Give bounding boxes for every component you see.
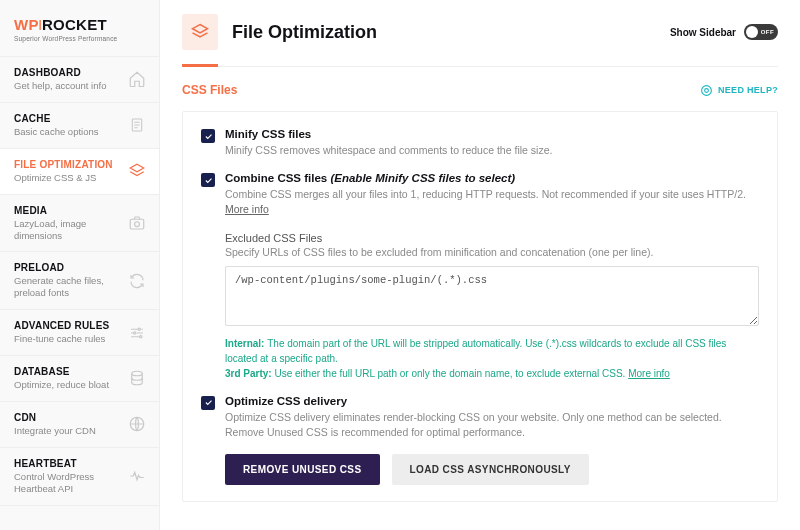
option-minify-css: Minify CSS files Minify CSS removes whit…	[201, 128, 759, 158]
excluded-css-desc: Specify URLs of CSS files to be excluded…	[225, 246, 759, 258]
optimize-css-title: Optimize CSS delivery	[225, 395, 759, 407]
logo-tagline: Superior WordPress Performance	[14, 35, 145, 42]
nav-desc: Integrate your CDN	[14, 425, 121, 437]
home-icon	[127, 69, 147, 89]
section-header: CSS Files NEED HELP?	[182, 83, 778, 97]
logo-wp: WP	[14, 16, 39, 33]
excluded-css-textarea[interactable]	[225, 266, 759, 326]
nav-label: CACHE	[14, 113, 121, 124]
check-icon	[204, 176, 213, 185]
nav-label: ADVANCED RULES	[14, 320, 121, 331]
nav-label: DATABASE	[14, 366, 121, 377]
need-help-link[interactable]: NEED HELP?	[700, 84, 778, 97]
page-header: File Optimization Show Sidebar OFF	[160, 0, 800, 50]
optimize-css-desc: Optimize CSS delivery eliminates render-…	[225, 410, 759, 440]
show-sidebar-toggle[interactable]: OFF	[744, 24, 778, 40]
combine-css-desc-text: Combine CSS merges all your files into 1…	[225, 188, 746, 200]
document-icon	[127, 115, 147, 135]
nav-label: FILE OPTIMIZATION	[14, 159, 121, 170]
sidebar: WP|ROCKET Superior WordPress Performance…	[0, 0, 160, 530]
logo-rocket: ROCKET	[42, 16, 107, 33]
logo-separator: |	[39, 19, 42, 30]
show-sidebar-control: Show Sidebar OFF	[670, 24, 778, 40]
minify-css-desc: Minify CSS removes whitespace and commen…	[225, 143, 759, 158]
help-icon	[700, 84, 713, 97]
nav-desc: Basic cache options	[14, 126, 121, 138]
layers-icon	[127, 161, 147, 181]
note-internal-text: The domain part of the URL will be strip…	[225, 338, 726, 364]
show-sidebar-label: Show Sidebar	[670, 27, 736, 38]
nav-desc: Generate cache files, preload fonts	[14, 275, 121, 299]
note-3rd-text: Use either the full URL path or only the…	[274, 368, 628, 379]
svg-point-2	[135, 222, 140, 227]
sidebar-item-dashboard[interactable]: DASHBOARD Get help, account info	[0, 57, 159, 103]
page-title: File Optimization	[232, 22, 656, 43]
combine-css-title-hint: (Enable Minify CSS files to select)	[330, 172, 515, 184]
excluded-css-note: Internal: The domain part of the URL wil…	[225, 336, 759, 381]
sidebar-nav: DASHBOARD Get help, account info CACHE B…	[0, 57, 159, 530]
svg-point-9	[705, 88, 709, 92]
nav-label: HEARTBEAT	[14, 458, 121, 469]
svg-point-5	[140, 335, 142, 337]
load-css-async-button[interactable]: LOAD CSS ASYNCHRONOUSLY	[392, 454, 589, 485]
note-more-info-link[interactable]: More info	[628, 368, 670, 379]
option-combine-css: Combine CSS files (Enable Minify CSS fil…	[201, 172, 759, 380]
option-optimize-css-delivery: Optimize CSS delivery Optimize CSS deliv…	[201, 395, 759, 485]
sidebar-item-database[interactable]: DATABASE Optimize, reduce bloat	[0, 356, 159, 402]
nav-desc: Optimize, reduce bloat	[14, 379, 121, 391]
svg-point-6	[132, 372, 143, 377]
sidebar-item-preload[interactable]: PRELOAD Generate cache files, preload fo…	[0, 252, 159, 310]
nav-label: PRELOAD	[14, 262, 121, 273]
sidebar-item-advanced-rules[interactable]: ADVANCED RULES Fine-tune cache rules	[0, 310, 159, 356]
toggle-knob	[746, 26, 758, 38]
refresh-icon	[127, 271, 147, 291]
content: CSS Files NEED HELP? Minify CSS files Mi…	[160, 67, 800, 530]
globe-icon	[127, 414, 147, 434]
nav-desc: Get help, account info	[14, 80, 121, 92]
svg-point-8	[702, 85, 712, 95]
optimize-css-buttons: REMOVE UNUSED CSS LOAD CSS ASYNCHRONOUSL…	[225, 454, 759, 485]
nav-desc: LazyLoad, image dimensions	[14, 218, 121, 242]
note-internal-label: Internal:	[225, 338, 267, 349]
toggle-state: OFF	[761, 29, 774, 35]
section-title: CSS Files	[182, 83, 237, 97]
combine-css-title: Combine CSS files (Enable Minify CSS fil…	[225, 172, 759, 184]
need-help-text: NEED HELP?	[718, 85, 778, 95]
combine-more-info-link[interactable]: More info	[225, 203, 269, 215]
combine-css-title-text: Combine CSS files	[225, 172, 330, 184]
nav-label: CDN	[14, 412, 121, 423]
nav-desc: Fine-tune cache rules	[14, 333, 121, 345]
minify-css-checkbox[interactable]	[201, 129, 215, 143]
sidebar-item-media[interactable]: MEDIA LazyLoad, image dimensions	[0, 195, 159, 253]
logo: WP|ROCKET Superior WordPress Performance	[0, 0, 159, 57]
check-icon	[204, 398, 213, 407]
excluded-css-label: Excluded CSS Files	[225, 232, 759, 244]
main: File Optimization Show Sidebar OFF CSS F…	[160, 0, 800, 530]
sidebar-item-cache[interactable]: CACHE Basic cache options	[0, 103, 159, 149]
sidebar-item-file-optimization[interactable]: FILE OPTIMIZATION Optimize CSS & JS	[0, 149, 159, 195]
nav-label: MEDIA	[14, 205, 121, 216]
svg-point-4	[134, 331, 136, 333]
sidebar-item-cdn[interactable]: CDN Integrate your CDN	[0, 402, 159, 448]
nav-desc: Control WordPress Heartbeat API	[14, 471, 121, 495]
css-files-panel: Minify CSS files Minify CSS removes whit…	[182, 111, 778, 502]
header-layers-icon	[182, 14, 218, 50]
sliders-icon	[127, 323, 147, 343]
check-icon	[204, 132, 213, 141]
sidebar-item-heartbeat[interactable]: HEARTBEAT Control WordPress Heartbeat AP…	[0, 448, 159, 506]
optimize-css-checkbox[interactable]	[201, 396, 215, 410]
nav-desc: Optimize CSS & JS	[14, 172, 121, 184]
note-3rd-label: 3rd Party:	[225, 368, 274, 379]
heartbeat-icon	[127, 466, 147, 486]
nav-label: DASHBOARD	[14, 67, 121, 78]
remove-unused-css-button[interactable]: REMOVE UNUSED CSS	[225, 454, 380, 485]
camera-icon	[127, 213, 147, 233]
combine-css-checkbox[interactable]	[201, 173, 215, 187]
combine-css-desc: Combine CSS merges all your files into 1…	[225, 187, 759, 217]
svg-rect-1	[130, 219, 144, 229]
svg-point-3	[138, 328, 140, 330]
logo-text: WP|ROCKET	[14, 16, 145, 33]
database-icon	[127, 368, 147, 388]
minify-css-title: Minify CSS files	[225, 128, 759, 140]
